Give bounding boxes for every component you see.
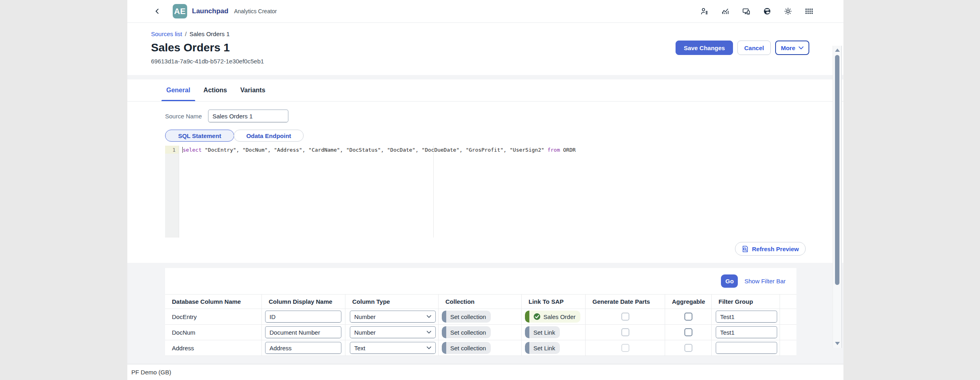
vertical-scrollbar[interactable] <box>833 46 842 348</box>
collection-cell: Set collection <box>439 325 522 340</box>
filter-group-cell <box>712 340 780 356</box>
shell-actions <box>700 7 843 15</box>
collection-cell: Set collection <box>439 340 522 356</box>
display-name-cell <box>262 325 345 340</box>
empty-cell <box>780 340 796 356</box>
scrollbar-down-icon[interactable] <box>835 342 840 345</box>
aggregable-checkbox[interactable] <box>684 313 692 321</box>
odata-endpoint-segment[interactable]: Odata Endpoint <box>234 130 304 142</box>
footer-system-label: PF Demo (GB) <box>131 369 171 376</box>
table-row: Address Text Set collection Set Link <box>165 340 796 356</box>
filter-group-input[interactable] <box>716 311 777 323</box>
column-type-cell: Text <box>345 340 439 356</box>
set-collection-button[interactable]: Set collection <box>442 326 491 338</box>
tab-general[interactable]: General <box>161 79 195 101</box>
generate-date-parts-checkbox[interactable] <box>621 344 629 352</box>
aggregable-cell <box>665 340 712 356</box>
set-link-button[interactable]: Set Link <box>525 342 560 354</box>
cancel-button[interactable]: Cancel <box>737 41 771 55</box>
globe-icon[interactable] <box>763 7 771 15</box>
set-collection-label: Set collection <box>450 313 486 320</box>
pill-cap <box>442 342 446 354</box>
set-collection-button[interactable]: Set collection <box>442 311 491 323</box>
app-finder-icon[interactable] <box>805 7 813 15</box>
source-name-label: Source Name <box>165 113 208 120</box>
db-column-name-cell: Address <box>165 340 262 356</box>
devices-icon[interactable] <box>742 7 750 15</box>
db-column-name: Address <box>172 345 194 352</box>
column-header: Link To SAP <box>522 295 586 309</box>
go-button[interactable]: Go <box>721 274 738 288</box>
refresh-preview-button[interactable]: Refresh Preview <box>735 242 806 256</box>
more-button[interactable]: More <box>775 41 809 55</box>
chevron-down-icon <box>798 46 804 50</box>
pill-cap <box>525 342 529 354</box>
filter-group-cell <box>712 309 780 324</box>
tab-actions[interactable]: Actions <box>199 79 232 101</box>
column-type-select[interactable]: Number <box>350 311 436 323</box>
sap-link-badge[interactable]: Sales Order <box>525 311 580 323</box>
column-type-cell: Number <box>345 309 439 324</box>
source-name-row: Source Name <box>165 110 843 122</box>
sql-keyword: select <box>183 147 202 153</box>
editor-ruler <box>433 146 434 238</box>
refresh-preview-label: Refresh Preview <box>752 246 799 252</box>
column-type-value: Number <box>354 313 376 320</box>
app-subtitle: Analytics Creator <box>234 8 277 14</box>
collection-cell: Set collection <box>439 309 522 324</box>
sql-statement-segment[interactable]: SQL Statement <box>165 130 234 142</box>
column-header: Column Display Name <box>262 295 345 309</box>
breadcrumb-separator: / <box>185 30 187 38</box>
user-settings-icon[interactable] <box>700 7 708 15</box>
set-collection-label: Set collection <box>450 345 486 352</box>
generate-date-parts-cell <box>586 309 665 324</box>
set-link-label: Set Link <box>533 345 555 352</box>
theme-icon[interactable] <box>784 7 792 15</box>
show-filter-bar-link[interactable]: Show Filter Bar <box>744 278 786 284</box>
table-header-row: Database Column NameColumn Display NameC… <box>165 294 796 309</box>
set-collection-label: Set collection <box>450 329 486 336</box>
filter-group-input[interactable] <box>716 342 777 354</box>
link-to-sap-cell: Set Link <box>522 340 586 356</box>
generate-date-parts-checkbox[interactable] <box>621 313 629 321</box>
tab-variants[interactable]: Variants <box>235 79 270 101</box>
page-body: Sources list / Sales Orders 1 Sales Orde… <box>127 23 843 364</box>
display-name-input[interactable] <box>265 342 341 354</box>
chevron-down-icon <box>427 315 431 318</box>
source-name-input[interactable] <box>208 110 288 122</box>
db-column-name-cell: DocEntry <box>165 309 262 324</box>
tab-strip: General Actions Variants <box>127 79 843 102</box>
sap-link-label: Sales Order <box>543 313 576 320</box>
column-type-select[interactable]: Text <box>350 342 436 354</box>
column-type-value: Number <box>354 329 376 336</box>
sql-editor[interactable]: 1 select "DocEntry", "DocNum", "Address"… <box>165 146 796 238</box>
link-to-sap-cell: Set Link <box>522 325 586 340</box>
pill-cap <box>442 326 446 338</box>
shell-topbar: AE Launchpad Analytics Creator <box>127 0 843 23</box>
set-collection-button[interactable]: Set collection <box>442 342 491 354</box>
pill-cap <box>525 326 529 338</box>
aggregable-checkbox[interactable] <box>684 328 692 336</box>
analytics-icon[interactable] <box>721 7 729 15</box>
column-type-select[interactable]: Number <box>350 326 436 338</box>
scrollbar-up-icon[interactable] <box>835 49 840 52</box>
display-name-input[interactable] <box>265 311 341 323</box>
breadcrumb-sources-link[interactable]: Sources list <box>151 30 182 38</box>
sql-table-name: ORDR <box>560 147 576 153</box>
aggregable-checkbox[interactable] <box>684 344 692 352</box>
sql-code-line[interactable]: select "DocEntry", "DocNum", "Address", … <box>182 147 576 153</box>
app-logo[interactable]: AE <box>173 4 187 18</box>
table-toolbar: Go Show Filter Bar <box>165 268 796 294</box>
back-icon[interactable] <box>154 7 161 15</box>
column-header: Database Column Name <box>165 295 262 309</box>
save-changes-button[interactable]: Save Changes <box>676 41 733 55</box>
scrollbar-thumb[interactable] <box>835 55 839 285</box>
generate-date-parts-cell <box>586 340 665 356</box>
columns-table-card: Go Show Filter Bar Database Column NameC… <box>165 268 796 356</box>
db-column-name: DocEntry <box>172 313 197 320</box>
set-link-button[interactable]: Set Link <box>525 326 560 338</box>
generate-date-parts-checkbox[interactable] <box>621 328 629 336</box>
filter-group-input[interactable] <box>716 326 777 338</box>
screen: AE Launchpad Analytics Creator <box>0 0 980 380</box>
display-name-input[interactable] <box>265 326 341 338</box>
